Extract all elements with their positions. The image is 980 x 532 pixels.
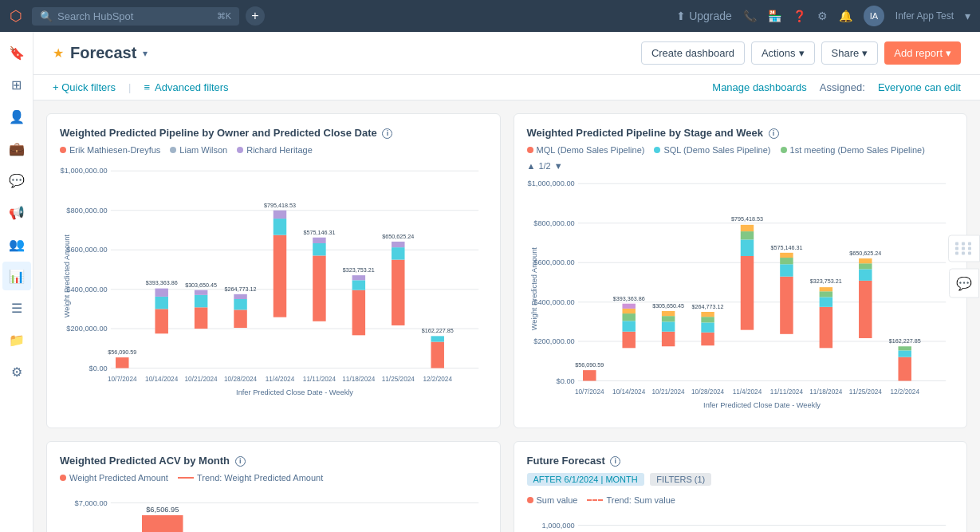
svg-text:Weight Predicted Amount: Weight Predicted Amount: [530, 247, 538, 331]
sidebar-item-grid[interactable]: ⊞: [2, 70, 31, 99]
legend-dot-2-1: [527, 147, 533, 153]
info-icon-4[interactable]: i: [610, 456, 620, 467]
settings-icon[interactable]: ⚙: [817, 10, 828, 22]
sidebar-item-bookmark[interactable]: 🔖: [2, 38, 31, 67]
forecast-tag-filters[interactable]: FILTERS (1): [650, 473, 711, 486]
chart-title-1: Weighted Predicted Pipeline by Owner and…: [60, 127, 487, 139]
svg-rect-58: [701, 333, 714, 345]
forecast-tag-date[interactable]: AFTER 6/1/2024 | MONTH: [527, 473, 644, 486]
chart-legend-3: Weight Predicted Amount Trend: Weight Pr…: [60, 473, 487, 483]
svg-rect-66: [740, 225, 753, 231]
avatar[interactable]: IA: [864, 6, 884, 26]
info-icon-3[interactable]: i: [235, 456, 246, 467]
svg-text:$162,227.85: $162,227.85: [422, 327, 454, 334]
favorite-icon[interactable]: ★: [53, 45, 64, 61]
sidebar-item-deals[interactable]: 💼: [2, 134, 31, 163]
dot: [955, 242, 958, 245]
chart-legend-4: Sum value Trend: Sum value: [527, 495, 954, 505]
upgrade-button[interactable]: ⬆ Upgrade: [676, 10, 732, 22]
create-dashboard-button[interactable]: Create dashboard: [641, 41, 745, 65]
marketplace-icon[interactable]: 🏪: [768, 10, 781, 22]
svg-text:$264,773.12: $264,773.12: [225, 286, 257, 293]
legend-dot-1-1: [60, 147, 66, 153]
manage-dashboards-link[interactable]: Manage dashboards: [712, 81, 807, 93]
share-button[interactable]: Share ▾: [821, 41, 879, 65]
legend-dot-2-2: [654, 147, 660, 153]
info-icon-1[interactable]: i: [382, 128, 392, 139]
svg-text:12/2/2024: 12/2/2024: [423, 376, 452, 383]
svg-rect-49: [622, 313, 635, 321]
svg-text:10/14/2024: 10/14/2024: [612, 388, 646, 396]
forecast-tags: AFTER 6/1/2024 | MONTH FILTERS (1): [527, 473, 954, 491]
svg-text:1,000,000: 1,000,000: [541, 521, 574, 529]
svg-text:$800,000.00: $800,000.00: [533, 219, 574, 227]
sidebar-item-folder[interactable]: 📁: [2, 325, 31, 354]
help-icon[interactable]: ❓: [793, 10, 806, 22]
sidebar-item-settings[interactable]: ⚙: [2, 357, 31, 386]
svg-rect-75: [819, 291, 832, 297]
chart-svg-4: 1,000,000 800,000 $752,070.22 $787,752.2…: [527, 511, 954, 532]
upgrade-icon: ⬆: [676, 10, 686, 22]
bar: [155, 289, 167, 297]
svg-text:$162,227.85: $162,227.85: [888, 337, 920, 345]
actions-dropdown-icon: ▾: [799, 47, 805, 59]
bar: [116, 357, 128, 368]
search-bar[interactable]: 🔍 ⌘K: [32, 7, 239, 26]
next-page-icon[interactable]: ▼: [554, 161, 563, 171]
filter-icon: ≡: [144, 81, 151, 93]
svg-text:$400,000.00: $400,000.00: [533, 298, 574, 306]
sidebar-item-conversations[interactable]: 💬: [2, 166, 31, 195]
add-report-button[interactable]: Add report ▾: [884, 41, 961, 65]
chart-card-1: Weighted Predicted Pipeline by Owner and…: [46, 113, 501, 428]
actions-button[interactable]: Actions ▾: [751, 41, 815, 65]
svg-text:10/14/2024: 10/14/2024: [145, 376, 179, 383]
sidebar-item-list[interactable]: ☰: [2, 294, 31, 322]
dashboard-grid: Weighted Predicted Pipeline by Owner and…: [33, 100, 980, 532]
sidebar-item-contacts[interactable]: 👤: [2, 102, 31, 131]
search-icon: 🔍: [40, 10, 53, 22]
bar: [195, 307, 207, 329]
chart-nav-2: ▲ 1/2 ▼: [527, 161, 954, 171]
bar: [392, 242, 404, 247]
nav-icons: ⬆ Upgrade 📞 🏪 ❓ ⚙ 🔔 IA Infer App Test ▾: [676, 6, 970, 26]
bar: [274, 235, 286, 317]
prev-page-icon[interactable]: ▲: [527, 161, 536, 171]
assigned-value[interactable]: Everyone can edit: [878, 81, 961, 93]
dot: [968, 242, 971, 245]
add-tab-button[interactable]: +: [246, 6, 265, 26]
dot: [955, 246, 958, 250]
grid-dots-panel[interactable]: [948, 234, 980, 262]
quick-filters-button[interactable]: + Quick filters: [53, 81, 116, 93]
page-header: ★ Forecast ▾ Create dashboard Actions ▾ …: [33, 32, 980, 75]
svg-text:$650,625.24: $650,625.24: [382, 233, 414, 240]
bar: [313, 255, 325, 321]
chart-card-4: Future Forecast i AFTER 6/1/2024 | MONTH…: [514, 441, 968, 532]
filter-right: Manage dashboards Assigned: Everyone can…: [712, 81, 961, 93]
bar: [195, 295, 207, 307]
search-input[interactable]: [57, 10, 185, 22]
chart-title-2: Weighted Predicted Pipeline by Stage and…: [527, 127, 954, 139]
svg-rect-104: [142, 515, 183, 532]
advanced-filters-button[interactable]: ≡ Advanced filters: [144, 81, 229, 93]
info-icon-2[interactable]: i: [769, 128, 779, 139]
chat-button[interactable]: 💬: [949, 268, 979, 298]
sidebar-item-reports[interactable]: 📊: [2, 262, 31, 290]
svg-text:$600,000.00: $600,000.00: [66, 246, 107, 254]
sidebar-item-people[interactable]: 👥: [2, 230, 31, 258]
svg-rect-45: [583, 370, 596, 380]
svg-rect-74: [819, 298, 832, 307]
legend-item-3-1: Weight Predicted Amount: [60, 473, 168, 483]
bar: [352, 275, 365, 280]
svg-rect-64: [740, 239, 753, 256]
svg-text:10/7/2024: 10/7/2024: [108, 376, 137, 383]
svg-rect-65: [740, 231, 753, 239]
phone-icon[interactable]: 📞: [743, 10, 757, 22]
nav-dropdown-icon[interactable]: ▾: [965, 10, 970, 22]
notifications-icon[interactable]: 🔔: [839, 10, 852, 22]
svg-text:Weight Predicted Amount: Weight Predicted Amount: [63, 234, 71, 318]
svg-text:11/4/2024: 11/4/2024: [732, 388, 762, 396]
sidebar-item-marketing[interactable]: 📢: [2, 198, 31, 227]
right-panel: 💬: [948, 234, 980, 298]
svg-rect-51: [622, 304, 635, 309]
title-dropdown-icon[interactable]: ▾: [143, 48, 148, 59]
